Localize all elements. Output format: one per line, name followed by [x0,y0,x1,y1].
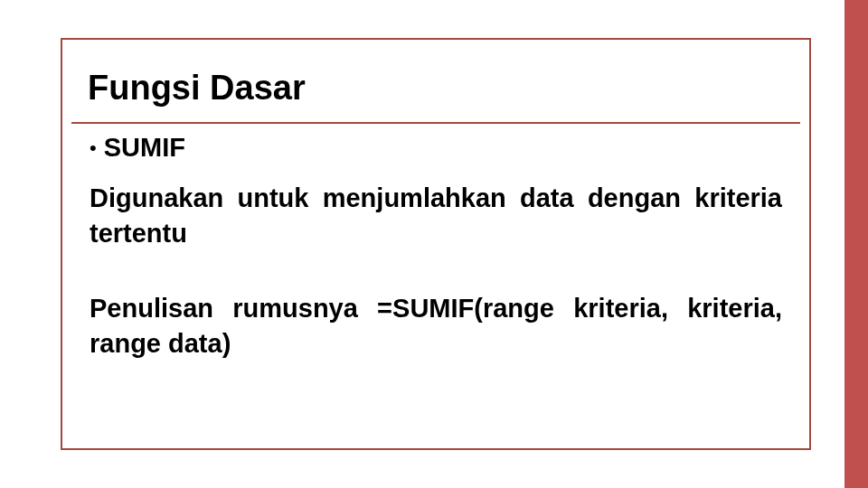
bullet-item: • SUMIF [90,133,782,163]
slide-content: • SUMIF Digunakan untuk menjumlahkan dat… [62,124,809,371]
formula-text: Penulisan rumusnya =SUMIF(range kriteria… [90,291,782,361]
slide-frame: Fungsi Dasar • SUMIF Digunakan untuk men… [61,38,811,450]
bullet-marker: • [90,138,97,158]
slide-title: Fungsi Dasar [62,40,809,122]
accent-bar [844,0,868,488]
bullet-label: SUMIF [104,133,185,163]
description-text: Digunakan untuk menjumlahkan data dengan… [90,181,782,251]
